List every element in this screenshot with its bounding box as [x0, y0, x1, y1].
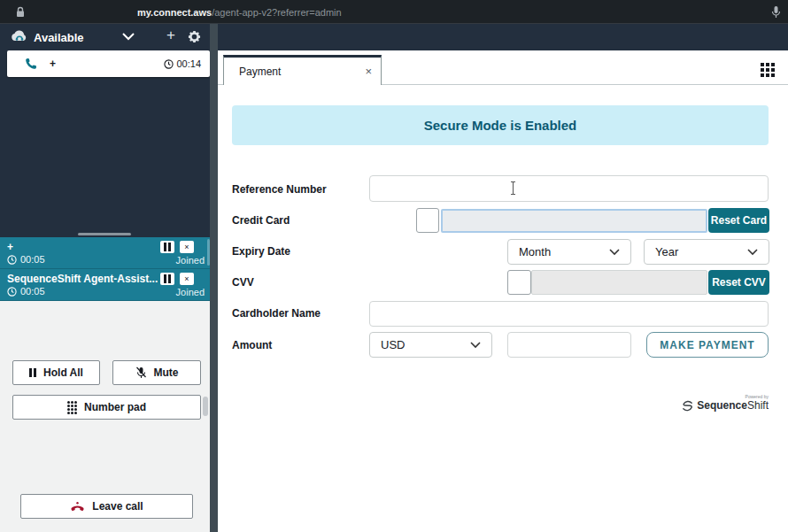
url-domain: my.connect.aws — [137, 7, 212, 18]
sequenceshift-branding: Powered by SequenceShift — [0, 396, 769, 415]
brand-name: Powered by SequenceShift — [697, 399, 769, 412]
panel-divider[interactable] — [210, 24, 218, 532]
hold-participant-button[interactable] — [160, 241, 174, 253]
agent-status-label[interactable]: Available — [34, 24, 84, 50]
expiry-month-select[interactable]: Month — [507, 239, 631, 265]
clock-icon — [7, 255, 17, 265]
cardholder-name-label: Cardholder Name — [232, 307, 321, 320]
connect-logo-icon — [11, 29, 28, 44]
hold-all-label: Hold All — [43, 366, 83, 379]
reference-number-input[interactable] — [369, 175, 769, 202]
tab-close-button[interactable]: × — [365, 65, 372, 78]
cvv-secure-input[interactable] — [531, 270, 707, 295]
sidebar-call-area — [0, 50, 210, 237]
hold-participant-button[interactable] — [160, 273, 174, 285]
currency-select[interactable]: USD — [369, 332, 492, 358]
expiry-year-select[interactable]: Year — [644, 239, 769, 265]
participant-status: Joined — [176, 255, 205, 266]
mute-mic-icon — [135, 366, 147, 379]
participant-row[interactable]: + 00:05 × Joined — [0, 237, 210, 269]
app-header: Available + — [0, 24, 788, 50]
reference-number-label: Reference Number — [232, 183, 327, 196]
new-task-icon[interactable]: + — [166, 27, 175, 44]
year-value: Year — [655, 245, 678, 258]
hold-all-button[interactable]: Hold All — [12, 360, 100, 385]
chevron-down-icon — [609, 249, 620, 256]
remove-participant-button[interactable]: × — [180, 273, 194, 285]
phone-icon — [25, 58, 37, 70]
participant-name: + — [7, 241, 13, 253]
cvv-label: CVV — [232, 276, 254, 289]
chevron-down-icon[interactable] — [122, 33, 135, 41]
sequenceshift-logo-icon — [681, 399, 694, 412]
tab-payment[interactable]: Payment × — [223, 55, 382, 85]
tab-label: Payment — [239, 66, 281, 78]
clock-icon — [7, 287, 17, 297]
secure-mode-banner: Secure Mode is Enabled — [232, 105, 769, 145]
month-value: Month — [519, 245, 551, 258]
microphone-icon[interactable] — [771, 5, 781, 19]
remove-participant-button[interactable]: × — [180, 241, 194, 253]
close-icon: × — [184, 274, 189, 283]
browser-address-bar[interactable]: my.connect.aws/agent-app-v2?referrer=adm… — [0, 0, 788, 24]
gear-icon[interactable] — [188, 30, 201, 43]
pause-icon — [164, 274, 171, 283]
active-call-card[interactable]: + 00:14 — [7, 50, 210, 77]
leave-call-label: Leave call — [92, 500, 143, 513]
participant-list: + 00:05 × Joined SequenceShift Agent-Ass… — [0, 237, 210, 301]
mute-label: Mute — [154, 366, 179, 379]
clock-icon — [164, 59, 174, 69]
make-payment-button[interactable]: MAKE PAYMENT — [646, 332, 769, 358]
amount-label: Amount — [232, 339, 272, 351]
cvv-box — [507, 270, 531, 295]
participant-name: SequenceShift Agent-Assist... — [7, 273, 158, 285]
amount-input[interactable] — [507, 332, 631, 358]
lock-icon — [15, 6, 26, 18]
participant-status: Joined — [176, 287, 205, 297]
call-number: + — [50, 58, 56, 70]
pause-icon — [29, 368, 36, 377]
participant-row[interactable]: SequenceShift Agent-Assist... 00:05 × Jo… — [0, 269, 210, 301]
leave-call-button[interactable]: Leave call — [20, 494, 193, 519]
cardholder-name-input[interactable] — [369, 301, 769, 327]
reset-cvv-button[interactable]: Reset CVV — [708, 270, 769, 295]
expiry-date-label: Expiry Date — [232, 245, 290, 258]
reset-card-button[interactable]: Reset Card — [708, 208, 769, 233]
url-text[interactable]: my.connect.aws/agent-app-v2?referrer=adm… — [137, 0, 342, 24]
text-cursor — [509, 181, 517, 195]
url-path: /agent-app-v2?referrer=admin — [212, 7, 341, 18]
apps-grid-icon[interactable] — [761, 63, 775, 77]
card-type-box — [416, 208, 439, 233]
secure-mode-text: Secure Mode is Enabled — [424, 118, 577, 133]
powered-by-label: Powered by — [746, 394, 769, 399]
pause-icon — [164, 243, 171, 251]
hang-up-icon — [70, 501, 85, 513]
panel-resize-handle[interactable] — [78, 233, 131, 235]
credit-card-secure-input[interactable] — [441, 209, 707, 233]
credit-card-label: Credit Card — [232, 214, 290, 227]
participant-timer: 00:05 — [7, 286, 45, 297]
participant-timer: 00:05 — [7, 254, 45, 265]
currency-value: USD — [381, 338, 405, 351]
call-timer: 00:14 — [164, 58, 201, 69]
chevron-down-icon — [470, 342, 481, 349]
close-icon: × — [184, 243, 189, 251]
mute-button[interactable]: Mute — [112, 360, 201, 385]
chevron-down-icon — [747, 249, 758, 256]
